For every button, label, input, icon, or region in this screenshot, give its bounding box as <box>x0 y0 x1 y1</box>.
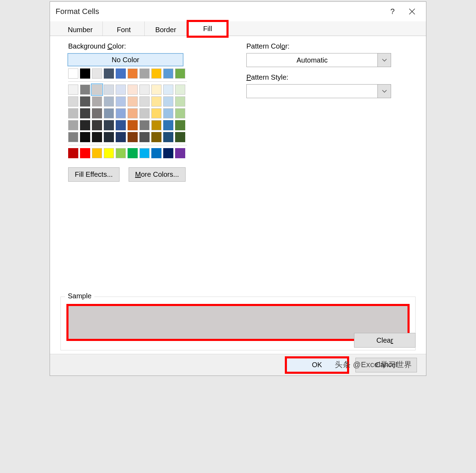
palette-divider-2 <box>68 145 187 145</box>
color-swatch[interactable] <box>175 68 185 79</box>
more-colors-button[interactable]: More Colors... <box>129 167 186 182</box>
color-swatch[interactable] <box>92 132 102 142</box>
color-swatch[interactable] <box>80 120 90 130</box>
tab-number[interactable]: Number <box>58 21 103 36</box>
color-swatch[interactable] <box>92 85 102 95</box>
color-swatch[interactable] <box>68 96 78 107</box>
sample-label: Sample <box>65 292 94 300</box>
color-swatch[interactable] <box>92 120 102 130</box>
color-swatch[interactable] <box>175 148 185 158</box>
color-swatch[interactable] <box>163 68 173 79</box>
color-swatch[interactable] <box>80 132 90 142</box>
color-swatch[interactable] <box>175 96 185 107</box>
color-swatch[interactable] <box>163 108 173 118</box>
color-swatch[interactable] <box>151 96 161 107</box>
color-swatch[interactable] <box>116 120 126 130</box>
color-swatch[interactable] <box>80 148 90 158</box>
color-swatch[interactable] <box>80 96 90 107</box>
color-swatch[interactable] <box>68 85 78 95</box>
clear-button[interactable]: Clear <box>354 333 416 348</box>
color-swatch[interactable] <box>116 68 126 79</box>
color-buttons-row: Fill Effects... More Colors... <box>68 167 222 182</box>
color-swatch[interactable] <box>92 96 102 107</box>
close-button[interactable] <box>402 5 422 19</box>
color-swatch[interactable] <box>116 85 126 95</box>
color-swatch[interactable] <box>128 108 138 118</box>
color-swatch[interactable] <box>139 96 150 107</box>
standard-colors-row <box>68 148 222 158</box>
color-swatch[interactable] <box>68 68 78 79</box>
color-swatch[interactable] <box>139 108 150 118</box>
tab-fill[interactable]: Fill <box>187 20 229 38</box>
color-swatch[interactable] <box>68 132 78 142</box>
color-swatch[interactable] <box>104 120 114 130</box>
color-swatch[interactable] <box>151 132 161 142</box>
color-swatch[interactable] <box>151 120 161 130</box>
color-swatch[interactable] <box>92 68 102 79</box>
color-swatch[interactable] <box>80 85 90 95</box>
tab-border[interactable]: Border <box>145 21 187 36</box>
pattern-color-dropdown[interactable]: Automatic <box>246 53 391 67</box>
color-swatch[interactable] <box>175 85 185 95</box>
format-cells-dialog: Format Cells ? Number Font Border Fill B… <box>50 1 426 376</box>
color-swatch[interactable] <box>128 85 138 95</box>
color-swatch[interactable] <box>80 68 90 79</box>
no-color-button[interactable]: No Color <box>67 53 183 66</box>
background-color-label: Background Color: <box>68 42 222 50</box>
color-swatch[interactable] <box>175 120 185 130</box>
color-swatch[interactable] <box>128 120 138 130</box>
color-swatch[interactable] <box>151 148 161 158</box>
color-swatch[interactable] <box>68 148 78 158</box>
color-swatch[interactable] <box>68 120 78 130</box>
pattern-style-label: Pattern Style: <box>246 73 416 81</box>
color-swatch[interactable] <box>128 148 138 158</box>
color-swatch[interactable] <box>104 85 114 95</box>
dialog-title: Format Cells <box>56 7 99 16</box>
color-swatch[interactable] <box>116 108 126 118</box>
ok-button[interactable]: OK <box>285 356 349 374</box>
cancel-button[interactable]: Cancel <box>355 358 417 372</box>
color-swatch[interactable] <box>104 96 114 107</box>
color-swatch[interactable] <box>163 85 173 95</box>
tint-colors-grid <box>68 85 222 142</box>
tab-font[interactable]: Font <box>103 21 145 36</box>
chevron-down-icon <box>377 53 391 67</box>
color-swatch[interactable] <box>116 96 126 107</box>
pattern-style-dropdown[interactable] <box>246 84 391 98</box>
color-swatch[interactable] <box>163 96 173 107</box>
color-swatch[interactable] <box>151 85 161 95</box>
color-swatch[interactable] <box>163 120 173 130</box>
close-icon <box>409 8 416 15</box>
color-swatch[interactable] <box>104 132 114 142</box>
fill-effects-button[interactable]: Fill Effects... <box>68 167 120 182</box>
color-swatch[interactable] <box>139 148 150 158</box>
color-swatch[interactable] <box>163 148 173 158</box>
color-swatch[interactable] <box>175 108 185 118</box>
color-swatch[interactable] <box>104 148 114 158</box>
color-swatch[interactable] <box>139 120 150 130</box>
color-swatch[interactable] <box>128 68 138 79</box>
color-swatch[interactable] <box>92 148 102 158</box>
color-swatch[interactable] <box>128 96 138 107</box>
color-swatch[interactable] <box>139 68 150 79</box>
color-swatch[interactable] <box>92 108 102 118</box>
titlebar: Format Cells ? <box>50 2 426 21</box>
color-swatch[interactable] <box>80 108 90 118</box>
color-swatch[interactable] <box>175 132 185 142</box>
tab-bar: Number Font Border Fill <box>50 21 426 36</box>
help-button[interactable]: ? <box>383 5 402 19</box>
color-swatch[interactable] <box>116 148 126 158</box>
color-swatch[interactable] <box>163 132 173 142</box>
color-swatch[interactable] <box>128 132 138 142</box>
color-swatch[interactable] <box>151 68 161 79</box>
color-swatch[interactable] <box>104 68 114 79</box>
color-swatch[interactable] <box>104 108 114 118</box>
pattern-color-label: Pattern Color: <box>246 42 416 50</box>
color-swatch[interactable] <box>139 85 150 95</box>
color-swatch[interactable] <box>151 108 161 118</box>
palette-divider-1 <box>68 81 187 82</box>
tab-content-fill: Background Color: No Color Fill Effects.… <box>50 36 426 376</box>
color-swatch[interactable] <box>68 108 78 118</box>
color-swatch[interactable] <box>139 132 150 142</box>
color-swatch[interactable] <box>116 132 126 142</box>
